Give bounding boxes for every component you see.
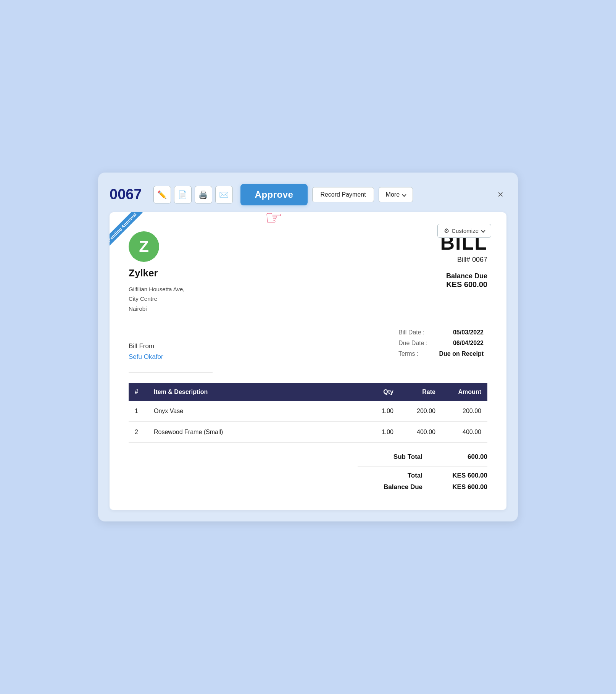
- vendor-name: Zylker: [129, 267, 184, 279]
- email-button[interactable]: ✉️: [215, 186, 233, 203]
- more-button[interactable]: More: [379, 187, 413, 202]
- customize-chevron-icon: [481, 229, 485, 233]
- customize-button[interactable]: ⚙ Customize: [437, 224, 491, 238]
- due-date-row: Due Date : 06/04/2022: [398, 338, 487, 349]
- bill-card: Pending Approval ⚙ Customize Z Zylker Gi…: [110, 212, 506, 510]
- balance-due-totals-value: KES 600.00: [445, 483, 487, 491]
- balance-due-totals-row: Balance Due KES 600.00: [358, 483, 487, 491]
- total-row: Total KES 600.00: [358, 472, 487, 479]
- balance-due-totals-label: Balance Due: [373, 483, 422, 491]
- bill-dates-table: Bill Date : 05/03/2022 Due Date : 06/04/…: [398, 327, 487, 359]
- row1-qty: 1.00: [365, 401, 400, 422]
- gear-icon: ⚙: [444, 227, 449, 234]
- items-table-header-row: # Item & Description Qty Rate Amount: [129, 383, 487, 401]
- items-table-header: # Item & Description Qty Rate Amount: [129, 383, 487, 401]
- bill-from-divider: [129, 372, 213, 373]
- bill-from-section: Bill From Sefu Okafor: [129, 342, 213, 373]
- terms-row: Terms : Due on Receipt: [398, 349, 487, 359]
- terms-label: Terms :: [398, 349, 431, 359]
- more-label: More: [386, 191, 400, 198]
- items-table: # Item & Description Qty Rate Amount 1 O…: [129, 383, 487, 443]
- items-divider: [129, 443, 487, 443]
- balance-due-label: Balance Due: [440, 272, 487, 280]
- toolbar-icons: ✏️ 📄 🖨️ ✉️: [153, 186, 233, 203]
- table-row: 2 Rosewood Frame (Small) 1.00 400.00 400…: [129, 422, 487, 443]
- vendor-address-line2: City Centre: [129, 294, 184, 304]
- edit-button[interactable]: ✏️: [153, 186, 171, 203]
- sub-total-value: 600.00: [445, 453, 487, 461]
- bill-from-label: Bill From: [129, 342, 213, 350]
- totals-divider: [358, 466, 487, 466]
- due-date-label: Due Date :: [398, 338, 431, 349]
- record-payment-button[interactable]: Record Payment: [312, 187, 374, 202]
- vendor-section: Z Zylker Gilfilian Housetta Ave, City Ce…: [129, 231, 184, 314]
- col-amount: Amount: [442, 383, 487, 401]
- approve-button[interactable]: Approve: [240, 184, 308, 205]
- bill-details-row: Bill From Sefu Okafor Bill Date : 05/03/…: [129, 327, 487, 376]
- balance-due-amount: KES 600.00: [440, 280, 487, 289]
- col-item: Item & Description: [148, 383, 365, 401]
- terms-value: Due on Receipt: [432, 349, 487, 359]
- approve-btn-wrapper: Approve ☞: [240, 184, 308, 205]
- due-date-value: 06/04/2022: [432, 338, 487, 349]
- chevron-down-icon: [402, 192, 406, 197]
- items-table-body: 1 Onyx Vase 1.00 200.00 200.00 2 Rosewoo…: [129, 401, 487, 443]
- row2-item: Rosewood Frame (Small): [148, 422, 365, 443]
- bill-title-section: BILL Bill# 0067 Balance Due KES 600.00: [440, 231, 487, 289]
- vendor-address-line1: Gilfilian Housetta Ave,: [129, 284, 184, 294]
- bill-header-row: Z Zylker Gilfilian Housetta Ave, City Ce…: [129, 231, 487, 314]
- col-qty: Qty: [365, 383, 400, 401]
- total-value: KES 600.00: [445, 472, 487, 479]
- row1-rate: 200.00: [400, 401, 442, 422]
- row2-rate: 400.00: [400, 422, 442, 443]
- vendor-address: Gilfilian Housetta Ave, City Centre Nair…: [129, 284, 184, 314]
- row1-item: Onyx Vase: [148, 401, 365, 422]
- vendor-avatar: Z: [129, 231, 159, 262]
- totals-section: Sub Total 600.00 Total KES 600.00 Balanc…: [129, 453, 487, 491]
- outer-container: 0067 ✏️ 📄 🖨️ ✉️ Approve ☞ Record Payment…: [98, 173, 518, 522]
- close-button[interactable]: ×: [495, 187, 506, 202]
- bill-dates: Bill Date : 05/03/2022 Due Date : 06/04/…: [398, 327, 487, 359]
- row1-num: 1: [129, 401, 148, 422]
- col-num: #: [129, 383, 148, 401]
- sub-total-row: Sub Total 600.00: [358, 453, 487, 461]
- bill-date-value: 05/03/2022: [432, 327, 487, 338]
- table-row: 1 Onyx Vase 1.00 200.00 200.00: [129, 401, 487, 422]
- row2-amount: 400.00: [442, 422, 487, 443]
- vendor-address-line3: Nairobi: [129, 304, 184, 314]
- bill-number: 0067: [110, 186, 142, 203]
- bill-date-row: Bill Date : 05/03/2022: [398, 327, 487, 338]
- print-button[interactable]: 🖨️: [195, 186, 212, 203]
- row2-num: 2: [129, 422, 148, 443]
- bill-number-label: Bill# 0067: [440, 256, 487, 264]
- toolbar: 0067 ✏️ 📄 🖨️ ✉️ Approve ☞ Record Payment…: [110, 184, 506, 205]
- sub-total-label: Sub Total: [373, 453, 422, 461]
- row2-qty: 1.00: [365, 422, 400, 443]
- customize-label: Customize: [452, 228, 479, 234]
- pdf-button[interactable]: 📄: [174, 186, 192, 203]
- row1-amount: 200.00: [442, 401, 487, 422]
- col-rate: Rate: [400, 383, 442, 401]
- bill-date-label: Bill Date :: [398, 327, 431, 338]
- total-label: Total: [373, 472, 422, 479]
- bill-from-name[interactable]: Sefu Okafor: [129, 353, 213, 361]
